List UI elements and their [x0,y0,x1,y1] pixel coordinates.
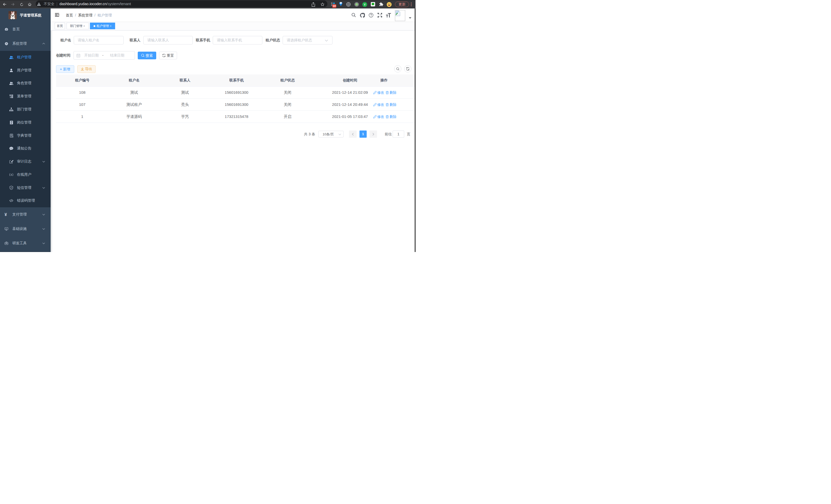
svg-text:Y: Y [364,3,366,6]
